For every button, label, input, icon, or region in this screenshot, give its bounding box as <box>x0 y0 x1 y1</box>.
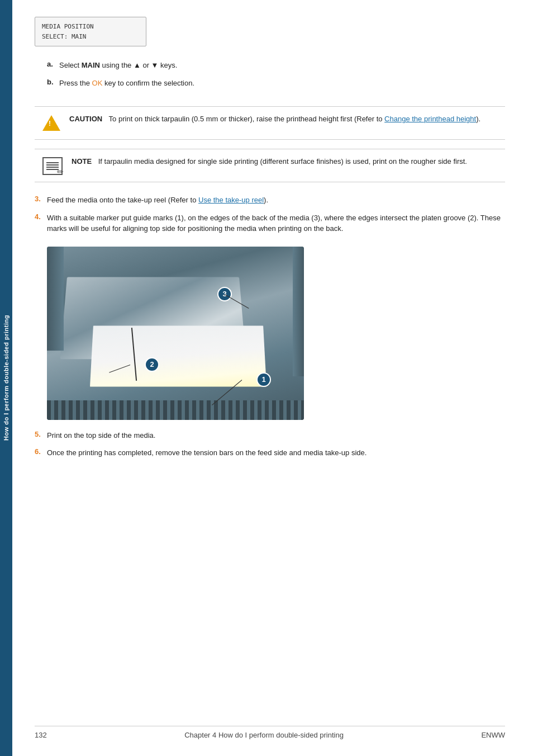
step-6: 6. Once the printing has completed, remo… <box>35 447 505 459</box>
caution-text-after: ). <box>476 115 480 123</box>
ok-text: OK <box>92 79 103 87</box>
printer-image: 1 2 3 <box>47 247 304 420</box>
caution-content: CAUTION To print on thick tarpaulin (0.5… <box>69 114 497 125</box>
triangle-warning-icon <box>42 115 60 131</box>
side-tab-label: How do I perform double-sided printing <box>3 315 9 441</box>
step-a-content: Select MAIN using the ▲ or ▼ keys. <box>59 60 505 71</box>
step-4-num: 4. <box>35 212 47 221</box>
step-a-letter: a. <box>47 60 59 68</box>
lcd-display: MEDIA POSITION SELECT: MAIN <box>35 17 146 46</box>
step-3-after: ). <box>264 196 268 204</box>
rails <box>47 400 304 420</box>
pencil-icon: ✏ <box>57 167 64 176</box>
step-5-num: 5. <box>35 430 47 438</box>
note-icon: ✏ <box>42 157 63 175</box>
footer-page-num: 132 <box>35 731 47 739</box>
note-content: NOTE If tarpaulin media designed for sin… <box>72 156 497 167</box>
note-title: NOTE <box>72 157 92 166</box>
caution-icon <box>42 114 60 133</box>
steps-ab: a. Select MAIN using the ▲ or ▼ keys. b.… <box>47 60 505 95</box>
step-6-num: 6. <box>35 447 47 456</box>
callout-circle-2: 2 <box>145 357 159 372</box>
lcd-line1: MEDIA POSITION <box>42 22 139 32</box>
step-5-text: Print on the top side of the media. <box>47 430 505 441</box>
caution-title: CAUTION <box>69 115 102 123</box>
step-b-letter: b. <box>47 78 59 86</box>
note-text: If tarpaulin media designed for single s… <box>98 157 467 166</box>
take-up-reel-link[interactable]: Use the take-up reel <box>198 196 264 204</box>
step-b-content: Press the OK key to confirm the selectio… <box>59 78 505 89</box>
step-5: 5. Print on the top side of the media. <box>35 430 505 441</box>
note-icon-container: ✏ <box>42 156 63 175</box>
footer-chapter-text: Chapter 4 How do I perform double-sided … <box>184 731 344 739</box>
step-4-text: With a suitable marker put guide marks (… <box>47 212 505 234</box>
callout-circle-1: 1 <box>256 372 271 387</box>
media-sheet <box>90 325 266 386</box>
step-3-num: 3. <box>35 195 47 203</box>
side-tab: How do I perform double-sided printing <box>0 0 12 756</box>
left-frame <box>47 247 64 351</box>
lcd-line2: SELECT: MAIN <box>42 32 139 42</box>
step-6-text: Once the printing has completed, remove … <box>47 447 505 459</box>
step-4: 4. With a suitable marker put guide mark… <box>35 212 505 234</box>
step-3: 3. Feed the media onto the take-up reel … <box>35 195 505 206</box>
page-footer: 132 Chapter 4 How do I perform double-si… <box>35 726 505 739</box>
note-box: ✏ NOTE If tarpaulin media designed for s… <box>35 149 505 182</box>
main-content: MEDIA POSITION SELECT: MAIN a. Select MA… <box>12 0 533 756</box>
step-3-text: Feed the media onto the take-up reel (Re… <box>47 195 505 206</box>
caution-box: CAUTION To print on thick tarpaulin (0.5… <box>35 106 505 140</box>
caution-text-before: To print on thick tarpaulin (0.5 mm or t… <box>109 115 385 123</box>
right-frame <box>293 247 304 377</box>
footer-brand: ENWW <box>481 731 505 739</box>
caution-link[interactable]: Change the printhead height <box>384 115 476 123</box>
step-a: a. Select MAIN using the ▲ or ▼ keys. <box>47 60 505 71</box>
step-b: b. Press the OK key to confirm the selec… <box>47 78 505 89</box>
main-bold: MAIN <box>82 61 100 69</box>
